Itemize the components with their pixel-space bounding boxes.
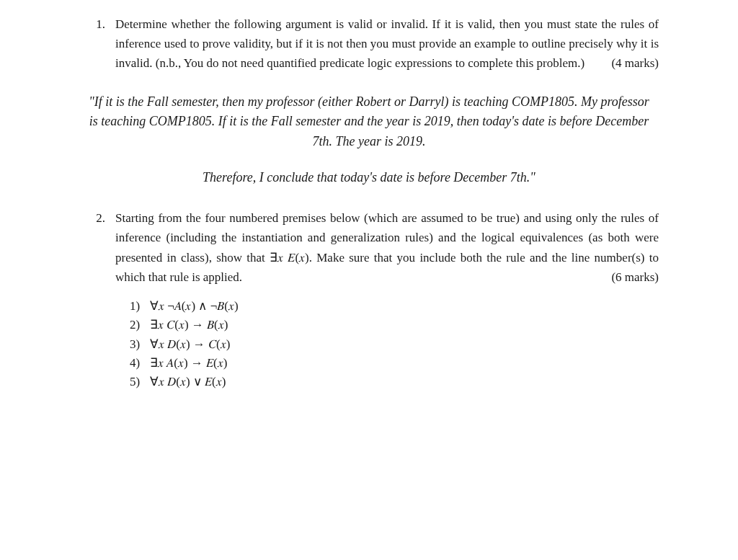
marks-label: (4 marks) [611, 53, 659, 73]
question-body: Determine whether the following argument… [115, 14, 659, 74]
quote-premises: "If it is the Fall semester, then my pro… [86, 92, 652, 153]
premise-2: 2) ∃𝑥 𝐶(𝑥) → 𝐵(𝑥) [130, 316, 659, 334]
quote-gap [86, 152, 652, 168]
premise-expression: ∀𝑥 𝐷(𝑥) → 𝐶(𝑥) [150, 335, 230, 354]
question-2: 2. Starting from the four numbered premi… [79, 208, 659, 391]
question-number: 2. [79, 208, 115, 228]
quote-conclusion: Therefore, I conclude that today's date … [86, 168, 652, 188]
question-body: Starting from the four numbered premises… [115, 208, 659, 391]
premises-list: 1) ∀𝑥 ¬𝐴(𝑥) ∧ ¬𝐵(𝑥) 2) ∃𝑥 𝐶(𝑥) → 𝐵(𝑥) 3)… [130, 297, 659, 392]
question-row: 1. Determine whether the following argum… [79, 14, 659, 74]
premise-expression: ∃𝑥 𝐴(𝑥) → 𝐸(𝑥) [150, 354, 227, 373]
marks-label: (6 marks) [611, 267, 659, 287]
premise-1: 1) ∀𝑥 ¬𝐴(𝑥) ∧ ¬𝐵(𝑥) [130, 297, 659, 316]
goal-expression: ∃𝑥 𝐸(𝑥) [270, 251, 309, 265]
question-row: 2. Starting from the four numbered premi… [79, 208, 659, 391]
document-page: 1. Determine whether the following argum… [0, 0, 738, 392]
premise-number: 3) [130, 335, 150, 354]
argument-quote: "If it is the Fall semester, then my pro… [86, 92, 652, 189]
premise-5: 5) ∀𝑥 𝐷(𝑥) ∨ 𝐸(𝑥) [130, 373, 659, 391]
question-number: 1. [79, 14, 115, 34]
premise-number: 1) [130, 297, 150, 316]
premise-number: 5) [130, 373, 150, 391]
premise-3: 3) ∀𝑥 𝐷(𝑥) → 𝐶(𝑥) [130, 335, 659, 354]
premise-expression: ∀𝑥 𝐷(𝑥) ∨ 𝐸(𝑥) [150, 373, 226, 391]
premise-4: 4) ∃𝑥 𝐴(𝑥) → 𝐸(𝑥) [130, 354, 659, 373]
question-text: Determine whether the following argument… [115, 17, 659, 70]
premise-expression: ∀𝑥 ¬𝐴(𝑥) ∧ ¬𝐵(𝑥) [150, 297, 239, 316]
premise-number: 2) [130, 316, 150, 334]
premise-number: 4) [130, 354, 150, 373]
question-1: 1. Determine whether the following argum… [79, 14, 659, 188]
premise-expression: ∃𝑥 𝐶(𝑥) → 𝐵(𝑥) [150, 316, 228, 334]
